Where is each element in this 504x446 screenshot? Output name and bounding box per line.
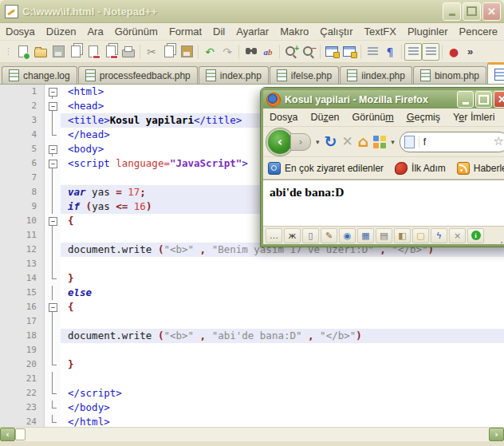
firefox-minimize-button[interactable]: [457, 91, 474, 108]
code-line[interactable]: 20}: [0, 357, 504, 372]
firefox-menu-yer-i-mleri[interactable]: Yer İmleri: [447, 110, 501, 124]
lightning-icon[interactable]: ϟ: [431, 228, 447, 243]
tab-change-log[interactable]: change.log: [2, 66, 77, 84]
cut-icon[interactable]: ✂: [143, 43, 160, 61]
bookmark-star-icon[interactable]: ☆: [494, 136, 504, 148]
notepad-titlebar[interactable]: C:\www\if.html - Notepad++ ✕: [0, 0, 504, 23]
bookmark-en-ok-ziyaret-edilenler[interactable]: En çok ziyaret edilenler: [268, 162, 384, 175]
restore-window-icon[interactable]: [323, 43, 341, 61]
close-button[interactable]: ✕: [482, 2, 501, 21]
forward-button[interactable]: ›: [290, 133, 311, 151]
code-line[interactable]: 21: [0, 372, 504, 386]
web-globe-icon[interactable]: ◉: [339, 228, 356, 243]
minimize-button[interactable]: [443, 2, 461, 21]
address-input[interactable]: f: [419, 136, 490, 148]
menu-item-textfx[interactable]: TextFX: [358, 24, 401, 39]
print-page-icon[interactable]: ▤: [376, 228, 392, 243]
code-line[interactable]: 14}: [0, 271, 504, 286]
fold-collapse-icon[interactable]: [45, 85, 61, 99]
find-icon[interactable]: [242, 43, 259, 61]
copy-icon[interactable]: [160, 43, 178, 61]
address-bar[interactable]: f ☆: [400, 132, 504, 152]
menu-item-pencere[interactable]: Pencere: [454, 24, 503, 39]
tab-processfeedback-php[interactable]: processfeedback.php: [78, 66, 198, 84]
code-line[interactable]: 18document.write ("<b>" , "abi'de bana:D…: [0, 329, 504, 343]
function-list-icon[interactable]: [422, 43, 439, 61]
code-line[interactable]: 13: [0, 257, 504, 271]
firefox-menu-dosya[interactable]: Dosya: [263, 110, 304, 124]
menu-item-ayarlar[interactable]: Ayarlar: [230, 24, 274, 39]
reload-button[interactable]: ↻: [325, 134, 337, 149]
new-file-icon[interactable]: [14, 43, 32, 61]
info-icon[interactable]: i: [467, 228, 484, 243]
toolbar-overflow-chevron[interactable]: »: [467, 45, 473, 57]
menu-item-g-r-n-m[interactable]: Görünüm: [109, 24, 163, 39]
history-icon[interactable]: ◧: [394, 228, 411, 243]
menu-item-pluginler[interactable]: Pluginler: [402, 24, 454, 39]
paste-icon[interactable]: [178, 43, 195, 61]
new-page-icon[interactable]: ▯: [302, 228, 319, 243]
undo-icon[interactable]: ↶: [201, 43, 219, 61]
menu-item-makro[interactable]: Makro: [274, 24, 314, 39]
scroll-left-arrow[interactable]: ‹: [0, 428, 15, 441]
dock-window-icon[interactable]: [341, 43, 358, 61]
menu-item-format[interactable]: Format: [163, 24, 207, 39]
record-macro-icon[interactable]: ●: [445, 43, 463, 61]
code-line[interactable]: 23</body>: [0, 401, 504, 415]
tab-iindex-php[interactable]: iindex.php: [340, 66, 412, 84]
redo-icon[interactable]: ↷: [219, 43, 236, 61]
grid-dropdown-icon[interactable]: ▾: [391, 138, 395, 146]
tab-binom-php[interactable]: binom.php: [413, 66, 486, 84]
menu-item-d-zen[interactable]: Düzen: [41, 24, 82, 39]
tools-icon[interactable]: ×: [449, 228, 466, 243]
open-file-icon[interactable]: [32, 43, 49, 61]
tab-if-html[interactable]: if.html: [487, 62, 504, 84]
scrollbar-thumb[interactable]: [15, 428, 26, 440]
code-line[interactable]: 15else: [0, 286, 504, 300]
save-icon[interactable]: [49, 43, 67, 61]
bookmark-haberler[interactable]: Haberler: [457, 162, 504, 175]
save-all-icon[interactable]: [67, 43, 85, 61]
firefox-maximize-button[interactable]: [475, 91, 492, 108]
firefox-menu-ara-la[interactable]: Araçla: [501, 110, 504, 124]
show-all-characters-icon[interactable]: [404, 43, 422, 61]
resize-grip[interactable]: [500, 235, 504, 244]
back-button[interactable]: ‹: [266, 128, 293, 156]
more-icon[interactable]: …: [266, 228, 282, 243]
close-file-icon[interactable]: [85, 43, 102, 61]
tab-ifelse-php[interactable]: ifelse.php: [270, 66, 339, 84]
close-all-icon[interactable]: [102, 43, 120, 61]
fold-collapse-icon[interactable]: [45, 142, 61, 156]
fold-collapse-icon[interactable]: [45, 99, 61, 113]
edit-css-icon[interactable]: ✎: [321, 228, 337, 243]
firefox-menu-ge-mi-[interactable]: Geçmiş: [400, 110, 447, 124]
zoom-in-icon[interactable]: +: [282, 43, 300, 61]
scrollbar-track[interactable]: [26, 428, 489, 441]
print-icon[interactable]: [120, 43, 137, 61]
zoom-out-icon[interactable]: −: [300, 43, 317, 61]
word-wrap-icon[interactable]: [364, 43, 381, 61]
firebug-icon[interactable]: ж: [284, 228, 301, 243]
code-line[interactable]: 22</script>: [0, 386, 504, 401]
menu-item-dosya[interactable]: Dosya: [0, 24, 41, 39]
fold-collapse-icon[interactable]: [45, 156, 61, 171]
tab-index-php[interactable]: index.php: [199, 66, 269, 84]
firefox-close-button[interactable]: ✕: [494, 91, 504, 108]
home-button[interactable]: ⌂: [358, 134, 369, 149]
horizontal-scrollbar[interactable]: ‹ ›: [0, 427, 504, 441]
menu-item--al-t-r[interactable]: Çalıştır: [314, 24, 358, 39]
maximize-button[interactable]: [463, 2, 481, 21]
replace-icon[interactable]: ab: [259, 43, 277, 61]
scroll-right-arrow[interactable]: ›: [489, 428, 504, 441]
notes-icon[interactable]: ▢: [412, 228, 429, 243]
menu-item-dil[interactable]: Dil: [207, 24, 230, 39]
code-line[interactable]: 19: [0, 343, 504, 357]
extension-grid-icon[interactable]: [373, 136, 386, 148]
firefox-menu-g-r-n-m[interactable]: Görünüm: [346, 110, 400, 124]
code-line[interactable]: 24</html>: [0, 415, 504, 427]
show-paragraph-icon[interactable]: ¶: [381, 43, 399, 61]
firefox-menu-d-zen[interactable]: Düzen: [304, 110, 345, 124]
history-dropdown-icon[interactable]: ▾: [316, 138, 320, 146]
bookmark-i-lk-ad-m[interactable]: İlk Adım: [395, 162, 446, 175]
menu-item-ara[interactable]: Ara: [81, 24, 108, 39]
